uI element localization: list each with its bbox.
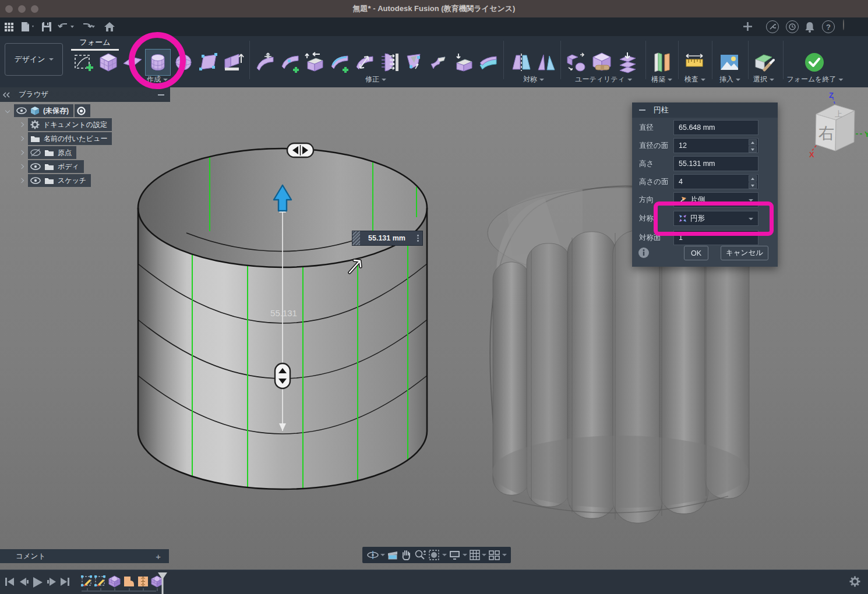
group-label-construct[interactable]: 構築: [651, 75, 672, 84]
timeline-settings-gear-icon[interactable]: [849, 576, 860, 587]
dialog-header[interactable]: 円柱: [632, 102, 778, 118]
zoom-tool[interactable]: [414, 549, 426, 561]
group-label-select[interactable]: 選択: [753, 75, 774, 84]
grid-settings-tool[interactable]: [469, 549, 486, 561]
user-avatar[interactable]: [843, 20, 844, 30]
edit-face-icon[interactable]: [197, 51, 220, 73]
unweld-icon[interactable]: [428, 51, 450, 73]
browser-item-origin[interactable]: 原点: [14, 146, 170, 159]
group-label-utilities[interactable]: ユーティリティ: [575, 75, 632, 84]
view-cube[interactable]: 上 右 Z Y X: [806, 91, 868, 158]
chevron-right-icon[interactable]: [19, 122, 24, 127]
dialog-collapse-icon[interactable]: [639, 109, 645, 111]
diameter-faces-input[interactable]: 12: [673, 138, 758, 153]
save-icon[interactable]: [37, 17, 56, 36]
panel-minimize-icon[interactable]: [158, 94, 164, 96]
measure-icon[interactable]: [683, 51, 705, 73]
timeline-go-start-button[interactable]: [5, 577, 15, 587]
look-at-tool[interactable]: [387, 549, 398, 561]
cancel-button[interactable]: キャンセル: [721, 246, 768, 260]
comments-bar[interactable]: コメント +: [0, 549, 169, 563]
display-mode-icon[interactable]: [591, 51, 613, 73]
browser-item-sketches[interactable]: スケッチ: [14, 174, 170, 187]
browser-item-bodies[interactable]: ボディ: [14, 160, 170, 173]
browser-item-document-settings[interactable]: ドキュメントの設定: [14, 118, 170, 131]
diameter-input[interactable]: 65.648 mm: [673, 120, 758, 135]
timeline-play-button[interactable]: [31, 577, 43, 588]
timeline-item-sketch[interactable]: [94, 575, 107, 588]
new-tab-button[interactable]: [743, 22, 752, 33]
timeline-item-form[interactable]: [108, 575, 121, 588]
browser-root-row[interactable]: (未保存): [0, 104, 170, 117]
timeline-step-forward-button[interactable]: [47, 577, 57, 587]
bridge-icon[interactable]: [378, 51, 400, 73]
home-icon[interactable]: [98, 17, 121, 36]
insert-edge-icon[interactable]: [329, 51, 351, 73]
record-circle-icon[interactable]: [77, 107, 86, 115]
construct-plane-icon[interactable]: [650, 51, 672, 73]
help-icon[interactable]: ?: [822, 20, 835, 33]
spinner-up-icon[interactable]: [749, 139, 757, 146]
drag-grip-icon[interactable]: [352, 231, 360, 245]
height-faces-input[interactable]: 4: [673, 174, 758, 189]
chevron-down-icon[interactable]: [5, 108, 10, 113]
crease-icon[interactable]: [453, 51, 475, 73]
redo-icon[interactable]: [77, 17, 98, 36]
chevron-right-icon[interactable]: [19, 164, 24, 169]
spinner-down-icon[interactable]: [749, 146, 757, 153]
chevron-right-icon[interactable]: [19, 150, 24, 155]
collapse-panel-icon[interactable]: [2, 92, 10, 98]
undo-icon[interactable]: [56, 17, 77, 36]
file-new-icon[interactable]: [17, 17, 37, 36]
timeline-step-back-button[interactable]: [19, 577, 29, 587]
extrude-icon[interactable]: [222, 51, 244, 73]
chevron-right-icon[interactable]: [19, 178, 24, 183]
job-status-clock-icon[interactable]: [786, 20, 799, 33]
info-icon[interactable]: [638, 247, 650, 259]
notifications-bell-icon[interactable]: [803, 20, 816, 33]
height-dimension-input[interactable]: 55.131 mm: [352, 231, 423, 246]
select-tool-icon[interactable]: [753, 51, 775, 73]
pan-tool[interactable]: [400, 549, 412, 561]
add-comment-icon[interactable]: +: [156, 551, 161, 561]
circular-symmetry-icon[interactable]: [535, 51, 557, 73]
finish-form-icon[interactable]: [803, 51, 825, 73]
timeline-go-end-button[interactable]: [59, 577, 70, 587]
diameter-handle[interactable]: [287, 143, 313, 157]
timeline-item-sketch[interactable]: [80, 575, 94, 588]
timeline-item-stitch[interactable]: [136, 575, 150, 588]
more-options-icon[interactable]: [414, 231, 422, 245]
extensions-icon[interactable]: [766, 20, 779, 33]
group-label-modify[interactable]: 修正: [365, 75, 386, 84]
visibility-off-icon[interactable]: [30, 148, 41, 157]
group-label-symmetry[interactable]: 対称: [523, 75, 544, 84]
chevron-right-icon[interactable]: [19, 136, 24, 141]
visibility-eye-icon[interactable]: [30, 177, 41, 184]
uncrease-icon[interactable]: [477, 51, 499, 73]
bevel-edge-icon[interactable]: [353, 51, 375, 73]
mirror-symmetry-icon[interactable]: [510, 51, 532, 73]
height-input[interactable]: 55.131 mm: [673, 156, 758, 171]
zoom-window-tool[interactable]: [428, 549, 447, 561]
app-grid-icon[interactable]: [0, 17, 17, 36]
workspace-selector[interactable]: デザイン: [5, 43, 63, 76]
context-tab-form[interactable]: フォーム: [71, 37, 119, 48]
timeline-item-face[interactable]: [122, 575, 136, 588]
orbit-tool[interactable]: [366, 549, 385, 561]
viewports-tool[interactable]: [488, 549, 507, 561]
insert-image-icon[interactable]: [718, 51, 740, 73]
spinner-down-icon[interactable]: [749, 182, 757, 189]
insert-point-icon[interactable]: [279, 51, 301, 73]
primitive-box-icon[interactable]: [97, 51, 119, 73]
ok-button[interactable]: OK: [684, 246, 708, 260]
group-label-finish-form[interactable]: フォームを終了: [786, 75, 843, 84]
timeline-position-marker[interactable]: [157, 572, 168, 594]
display-settings-tool[interactable]: [449, 549, 467, 561]
visibility-eye-icon[interactable]: [30, 163, 41, 170]
merge-edge-icon[interactable]: [403, 51, 425, 73]
slide-edge-icon[interactable]: [304, 51, 326, 73]
visibility-eye-icon[interactable]: [16, 107, 27, 114]
create-sketch-icon[interactable]: [72, 51, 94, 73]
height-handle[interactable]: [275, 363, 290, 388]
group-label-insert[interactable]: 挿入: [719, 75, 740, 84]
